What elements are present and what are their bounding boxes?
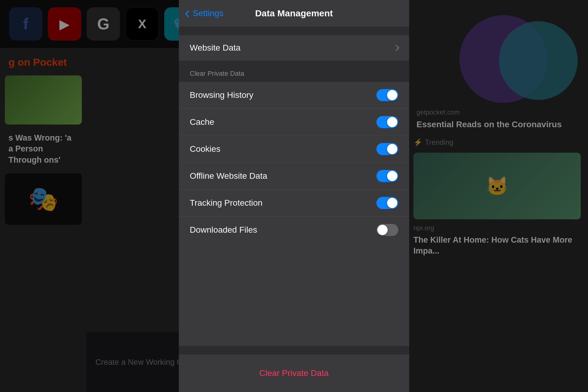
toggle-row-cache: Cache xyxy=(179,109,409,136)
website-data-row[interactable]: Website Data xyxy=(179,35,409,61)
tracking-protection-toggle[interactable] xyxy=(376,197,398,209)
modal-title: Data Management xyxy=(255,8,333,18)
cookies-toggle[interactable] xyxy=(376,143,398,155)
website-data-section: Website Data xyxy=(179,35,409,61)
cache-toggle[interactable] xyxy=(376,116,398,128)
chevron-left-icon xyxy=(185,11,192,18)
downloaded-files-toggle[interactable] xyxy=(376,224,398,236)
cache-label: Cache xyxy=(190,117,214,127)
cookies-label: Cookies xyxy=(190,144,220,154)
toggle-row-offline-website-data: Offline Website Data xyxy=(179,163,409,190)
back-button[interactable]: Settings xyxy=(186,8,223,18)
toggle-row-cookies: Cookies xyxy=(179,136,409,163)
toggle-row-browsing-history: Browsing History xyxy=(179,82,409,109)
offline-website-data-label: Offline Website Data xyxy=(190,171,267,181)
section-header: Clear Private Data xyxy=(179,70,409,82)
toggle-row-tracking-protection: Tracking Protection xyxy=(179,190,409,217)
modal-overlay: Settings Data Management Website Data Cl… xyxy=(0,0,588,392)
browsing-history-label: Browsing History xyxy=(190,90,253,100)
modal-panel: Settings Data Management Website Data Cl… xyxy=(179,0,409,392)
browsing-history-toggle[interactable] xyxy=(376,89,398,101)
clear-section: Clear Private Data Browsing History Cach… xyxy=(179,70,409,346)
back-button-label: Settings xyxy=(193,8,223,18)
modal-footer: Clear Private Data xyxy=(179,354,409,392)
downloaded-files-label: Downloaded Files xyxy=(190,225,257,235)
toggle-list: Browsing History Cache Cookies xyxy=(179,82,409,346)
tracking-protection-label: Tracking Protection xyxy=(190,198,262,208)
offline-website-data-toggle[interactable] xyxy=(376,170,398,182)
toggle-row-downloaded-files: Downloaded Files xyxy=(179,217,409,243)
chevron-right-icon xyxy=(393,45,399,51)
clear-private-data-button[interactable]: Clear Private Data xyxy=(190,363,398,384)
modal-header: Settings Data Management xyxy=(179,0,409,27)
website-data-label: Website Data xyxy=(190,43,241,53)
